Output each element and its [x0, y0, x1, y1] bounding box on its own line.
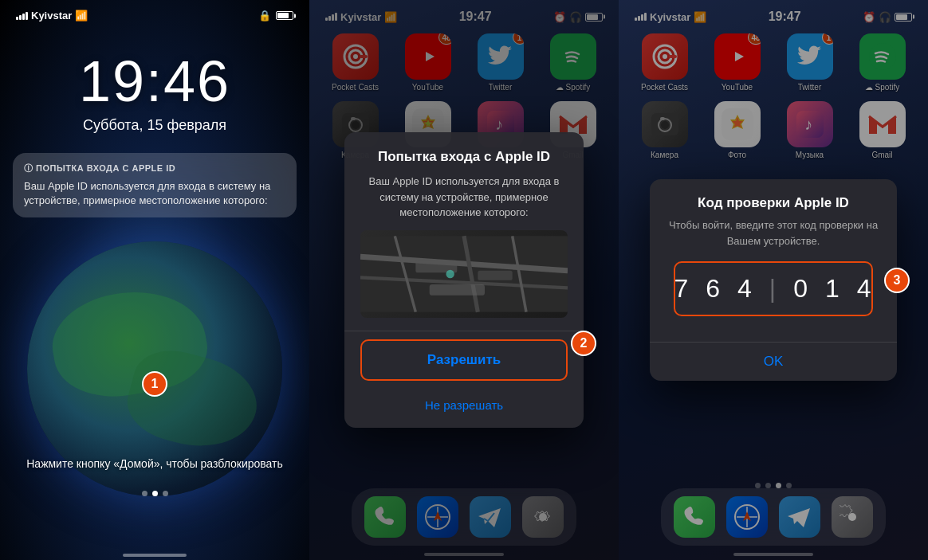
dialog-overlay: Попытка входа с Apple ID Ваш Apple ID ис… [309, 0, 619, 560]
status-left: Kyivstar 📶 [16, 10, 88, 22]
code-digit-3: 4 [737, 274, 753, 303]
verify-body: Чтобы войти, введите этот код проверки н… [666, 217, 881, 249]
page-dots-lock [0, 491, 309, 496]
verify-actions: OK [650, 342, 897, 381]
code-digit-2: 6 [706, 274, 722, 303]
step-2-bubble: 2 [571, 331, 596, 356]
dialog-title: Попытка входа с Apple ID [360, 148, 568, 166]
wifi-icon: 📶 [75, 10, 88, 22]
dialog-body: Ваш Apple ID используется для входа в си… [360, 174, 568, 221]
lock-date: Суббота, 15 февраля [0, 117, 309, 134]
dialog-content: Попытка входа с Apple ID Ваш Apple ID ис… [344, 132, 584, 331]
verify-panel: Kyivstar 📶 19:47 ⏰ 🎧 Pocket Casts 48 You… [619, 0, 928, 560]
dialog-map [360, 230, 568, 318]
verify-dialog: Код проверки Apple ID Чтобы войти, введи… [650, 179, 897, 381]
dialog-panel: Kyivstar 📶 19:47 ⏰ 🎧 Pocket Casts 48 You… [309, 0, 619, 560]
code-digit-1: 7 [674, 274, 690, 303]
code-digit-6: 4 [857, 274, 873, 303]
apple-id-dialog: Попытка входа с Apple ID Ваш Apple ID ис… [344, 132, 584, 428]
unlock-hint: Нажмите кнопку «Домой», чтобы разблокиро… [0, 456, 309, 472]
carrier-name: Kyivstar [31, 10, 72, 22]
apple-id-notification[interactable]: ⓘ ПОПЫТКА ВХОДА С APPLE ID Ваш Apple ID … [13, 153, 297, 217]
code-space: | [769, 274, 777, 303]
svg-point-23 [446, 270, 454, 278]
dialog-actions: Разрешить Не разрешать [344, 331, 584, 428]
battery-icon [276, 11, 293, 20]
ok-button[interactable]: OK [650, 343, 897, 381]
svg-rect-22 [478, 270, 512, 280]
dot-1 [142, 491, 147, 496]
lock-screen-panel: Kyivstar 📶 🔒 19:46 Суббота, 15 февраля ⓘ… [0, 0, 309, 560]
svg-rect-24 [430, 284, 485, 296]
deny-button[interactable]: Не разрешать [344, 389, 584, 421]
verify-title: Код проверки Apple ID [666, 195, 881, 211]
verify-container: Код проверки Apple ID Чтобы войти, введи… [650, 179, 897, 381]
step-1-bubble: 1 [142, 371, 167, 397]
notification-header: ⓘ ПОПЫТКА ВХОДА С APPLE ID [24, 163, 285, 174]
home-indicator-lock [123, 554, 187, 557]
allow-button[interactable]: Разрешить [360, 339, 568, 381]
notification-body: Ваш Apple ID используется для входа в си… [24, 179, 285, 208]
dot-2 [152, 491, 158, 496]
lock-time: 19:46 [0, 49, 309, 114]
code-digit-5: 1 [825, 274, 841, 303]
dialog-container: Попытка входа с Apple ID Ваш Apple ID ис… [344, 132, 584, 428]
status-right: 🔒 [258, 10, 293, 22]
step-3-bubble: 3 [884, 268, 910, 293]
code-digit-4: 0 [793, 274, 809, 303]
battery-fill [277, 13, 289, 18]
verify-content: Код проверки Apple ID Чтобы войти, введи… [650, 179, 897, 342]
lock-icon: 🔒 [258, 10, 271, 22]
verify-code-box: 7 6 4 | 0 1 4 [674, 261, 873, 316]
verify-overlay: Код проверки Apple ID Чтобы войти, введи… [619, 0, 928, 560]
status-bar-lock: Kyivstar 📶 🔒 [0, 0, 309, 25]
dot-3 [163, 491, 168, 496]
signal-strength [16, 12, 28, 20]
